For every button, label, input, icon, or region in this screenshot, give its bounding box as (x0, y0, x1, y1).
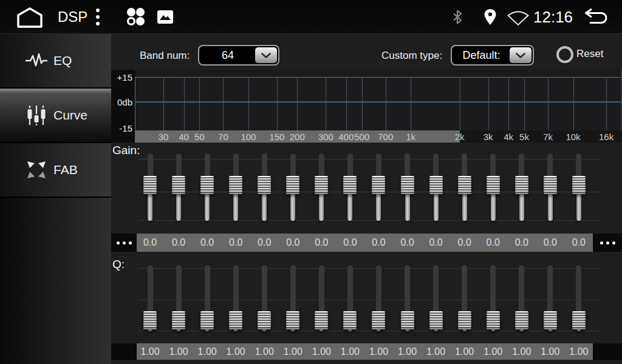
band-num-value: 64 (199, 46, 256, 64)
gain-slider-thumb[interactable] (315, 176, 328, 194)
gain-value: 0.0 (487, 234, 500, 252)
custom-type-label: Custom type: (381, 46, 442, 66)
sidebar-item-label: FAB (53, 163, 78, 177)
freq-tick-label: 10k (566, 130, 580, 143)
gain-slider-thumb[interactable] (487, 176, 500, 194)
reset-label: Reset (576, 44, 603, 64)
kebab-menu-icon[interactable] (96, 8, 100, 25)
q-slider-thumb[interactable] (172, 311, 185, 329)
back-return-icon[interactable] (581, 8, 610, 26)
sidebar-item-curve[interactable]: Curve (0, 89, 111, 143)
plot-top-border (135, 77, 622, 78)
gain-value: 0.0 (229, 234, 242, 252)
grid-line (524, 77, 525, 130)
grid-line (297, 77, 298, 130)
gain-slider-thumb[interactable] (172, 176, 185, 194)
sidebar-item-fab[interactable]: FAB (0, 143, 111, 198)
freq-tick-label: 7k (543, 130, 553, 143)
gain-slider-thumb[interactable] (229, 176, 242, 194)
freq-tick-label: 30 (159, 130, 169, 143)
q-value: 1.00 (369, 343, 388, 360)
q-slider-thumb[interactable] (315, 311, 328, 329)
q-slider-thumb[interactable] (572, 311, 586, 329)
freq-tick-label: 300 (318, 130, 333, 143)
q-values-row: 1.001.001.001.001.001.001.001.001.001.00… (137, 343, 593, 360)
custom-type-value: Default: (452, 46, 511, 64)
sidebar-item-label: EQ (53, 53, 72, 68)
q-value: 1.00 (169, 343, 188, 360)
q-value: 1.00 (341, 343, 360, 360)
q-value: 1.00 (198, 343, 217, 360)
q-slider-thumb[interactable] (429, 311, 443, 329)
freq-tick-label: 1k (406, 130, 415, 143)
q-slider-thumb[interactable] (401, 311, 414, 329)
gain-slider-thumb[interactable] (429, 176, 443, 194)
gain-slider-thumb[interactable] (143, 176, 157, 194)
gallery-icon[interactable] (157, 10, 174, 24)
sidebar-item-eq[interactable]: EQ (0, 34, 111, 89)
q-more-left-button[interactable] (111, 343, 137, 360)
gain-value: 0.0 (458, 234, 471, 252)
q-slider-thumb[interactable] (258, 311, 271, 329)
band-num-dropdown[interactable]: 64 (198, 45, 279, 66)
reset-radio-button[interactable] (556, 46, 573, 63)
wifi-icon[interactable] (507, 10, 530, 26)
gain-slider-thumb[interactable] (515, 176, 528, 194)
eq-curve-plot[interactable] (135, 77, 622, 130)
q-slider-thumb[interactable] (515, 311, 528, 329)
gain-slider-thumb[interactable] (372, 176, 385, 194)
q-slider-thumb[interactable] (286, 311, 299, 329)
gain-value: 0.0 (400, 234, 414, 252)
gain-slider-thumb[interactable] (258, 176, 271, 194)
gain-more-right-button[interactable] (593, 234, 622, 252)
gain-value: 0.0 (343, 234, 357, 252)
grid-line (508, 77, 509, 130)
grid-line (248, 77, 249, 130)
gain-slider-thumb[interactable] (343, 176, 357, 194)
sidebar: EQ Curve (0, 34, 111, 364)
gain-slider-thumb[interactable] (458, 176, 471, 194)
bluetooth-icon[interactable] (451, 9, 464, 25)
q-slider-thumb[interactable] (143, 311, 157, 329)
home-icon[interactable] (15, 6, 45, 29)
q-slider-thumb[interactable] (200, 311, 214, 329)
q-value: 1.00 (541, 343, 559, 360)
grid-line (573, 77, 574, 130)
gain-slider-thumb[interactable] (200, 176, 214, 194)
chevron-down-icon[interactable] (255, 47, 277, 63)
location-icon[interactable] (483, 8, 497, 25)
gain-values-row: 0.00.00.00.00.00.00.00.00.00.00.00.00.00… (137, 234, 593, 252)
gain-slider-thumb[interactable] (572, 176, 586, 194)
y-axis-label: 0db (111, 97, 132, 107)
page-title: DSP (58, 0, 87, 34)
sliders-icon (26, 104, 47, 126)
q-value: 1.00 (398, 343, 417, 360)
plot-left-border (135, 77, 135, 130)
q-slider-thumb[interactable] (229, 311, 242, 329)
sidebar-item-label: Curve (53, 108, 87, 123)
grid-line (184, 77, 185, 130)
custom-type-dropdown[interactable]: Default: (451, 45, 534, 66)
gain-value: 0.0 (172, 234, 185, 252)
band-num-label: Band num: (140, 46, 190, 66)
q-slider-thumb[interactable] (458, 311, 471, 329)
q-slider-thumb[interactable] (343, 311, 357, 329)
grid-line (326, 77, 326, 130)
gain-value: 0.0 (429, 234, 442, 252)
q-slider-thumb[interactable] (372, 311, 385, 329)
gain-slider-thumb[interactable] (286, 176, 299, 194)
chevron-down-icon[interactable] (510, 47, 531, 63)
gain-slider-thumb[interactable] (544, 176, 557, 194)
gain-value: 0.0 (372, 234, 385, 252)
gain-slider-thumb[interactable] (401, 176, 414, 194)
gain-value: 0.0 (544, 234, 557, 252)
freq-tick-label: 40 (179, 130, 189, 143)
apps-clover-icon[interactable] (124, 6, 147, 28)
q-more-right-button[interactable] (593, 343, 622, 360)
graph-y-axis: +15 0db -15 (111, 70, 135, 143)
gain-section-label: Gain: (112, 144, 140, 157)
grid-line (488, 77, 489, 130)
q-slider-thumb[interactable] (487, 311, 500, 329)
gain-more-left-button[interactable] (111, 234, 137, 252)
q-slider-thumb[interactable] (544, 311, 557, 329)
